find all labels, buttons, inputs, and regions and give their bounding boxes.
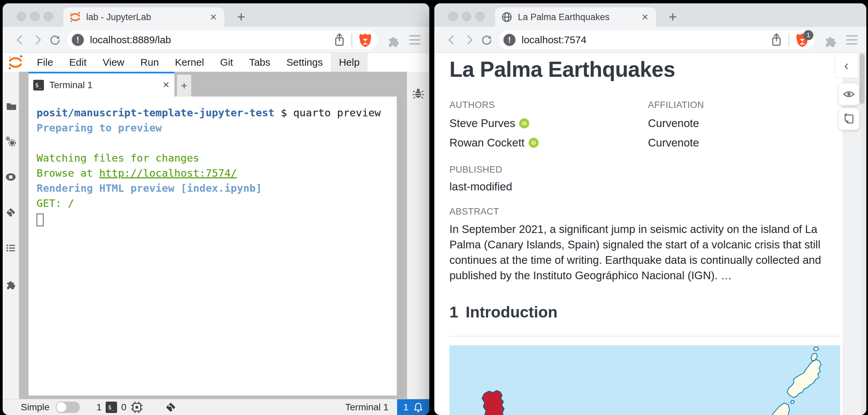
menu-help[interactable]: Help bbox=[331, 53, 368, 72]
simple-mode-toggle[interactable] bbox=[56, 402, 80, 413]
url-bar[interactable]: ! localhost:8889/lab bbox=[67, 31, 378, 49]
close-window-button[interactable] bbox=[448, 12, 458, 21]
bell-icon bbox=[413, 402, 423, 413]
terminal-icon: $_ bbox=[33, 80, 44, 91]
terminal-link[interactable]: http://localhost:7574/ bbox=[99, 167, 237, 179]
abstract-label: ABSTRACT bbox=[450, 206, 840, 217]
note-icon bbox=[843, 113, 855, 125]
property-inspector-gears-icon[interactable] bbox=[3, 133, 19, 150]
tab-title: La Palma Earthquakes bbox=[518, 12, 640, 23]
back-button[interactable] bbox=[11, 31, 29, 49]
desktop: lab - JupyterLab ✕ + ! localhost:8889/la… bbox=[0, 0, 868, 415]
orcid-icon[interactable]: iD bbox=[529, 138, 539, 148]
terminal-tab-close-icon[interactable]: ✕ bbox=[162, 80, 170, 90]
brave-shields-icon[interactable] bbox=[358, 32, 373, 47]
author-name: Rowan Cockett bbox=[450, 136, 525, 149]
jupyterlab-left-sidebar bbox=[3, 72, 19, 399]
published-block: PUBLISHED last-modified bbox=[450, 165, 840, 193]
window-controls[interactable] bbox=[448, 12, 485, 21]
git-sidebar-icon[interactable] bbox=[3, 204, 19, 221]
annotations-note-button[interactable] bbox=[838, 108, 859, 130]
forward-button[interactable] bbox=[461, 31, 478, 49]
tab-close-icon[interactable]: ✕ bbox=[208, 12, 218, 23]
statusbar-context-label: Terminal 1 bbox=[345, 402, 389, 413]
browser-toolbar: ! localhost:7574 1 bbox=[434, 27, 866, 53]
menu-file[interactable]: File bbox=[29, 53, 61, 72]
zoom-window-button[interactable] bbox=[43, 12, 53, 21]
menu-git[interactable]: Git bbox=[212, 53, 241, 72]
reload-button[interactable] bbox=[46, 31, 64, 49]
browser-tab-lapalma[interactable]: La Palma Earthquakes ✕ bbox=[495, 7, 656, 27]
extension-manager-icon[interactable] bbox=[3, 276, 19, 292]
url-text[interactable]: localhost:7574 bbox=[522, 34, 770, 45]
author-name: Steve Purves bbox=[450, 117, 515, 130]
menu-tabs[interactable]: Tabs bbox=[241, 53, 278, 72]
browser-tab-jupyterlab[interactable]: lab - JupyterLab ✕ bbox=[63, 7, 224, 27]
section-number: 1 bbox=[450, 303, 458, 321]
section-divider bbox=[450, 336, 840, 337]
table-of-contents-icon[interactable] bbox=[3, 240, 19, 256]
terminal-dock-tab[interactable]: $_ Terminal 1 ✕ bbox=[29, 72, 175, 97]
terminal-cursor bbox=[36, 214, 43, 226]
share-icon[interactable] bbox=[333, 33, 346, 47]
new-launcher-button[interactable]: + bbox=[177, 74, 191, 97]
minimize-window-button[interactable] bbox=[30, 12, 39, 21]
menu-settings[interactable]: Settings bbox=[278, 53, 331, 72]
terminal-tab-title: Terminal 1 bbox=[49, 80, 162, 91]
terminal-count-icon[interactable]: $_ bbox=[106, 402, 117, 413]
menu-edit[interactable]: Edit bbox=[61, 53, 95, 72]
zoom-window-button[interactable] bbox=[475, 12, 485, 21]
page-scrollbar[interactable] bbox=[860, 54, 865, 104]
browser-window-jupyterlab: lab - JupyterLab ✕ + ! localhost:8889/la… bbox=[3, 3, 429, 415]
preview-eye-button[interactable] bbox=[838, 83, 859, 105]
window-controls[interactable] bbox=[17, 12, 53, 21]
new-tab-button[interactable]: + bbox=[664, 9, 681, 26]
url-bar[interactable]: ! localhost:7574 1 bbox=[499, 31, 815, 49]
abstract-block: ABSTRACT In September 2021, a significan… bbox=[450, 206, 840, 283]
menu-kernel[interactable]: Kernel bbox=[167, 53, 212, 72]
menu-view[interactable]: View bbox=[95, 53, 132, 72]
kernel-chip-icon[interactable] bbox=[130, 401, 143, 414]
divider bbox=[351, 33, 352, 46]
terminal-scrollbar[interactable] bbox=[397, 97, 403, 395]
running-sessions-icon[interactable] bbox=[3, 169, 19, 185]
jupyterlab-app: File Edit View Run Kernel Git Tabs Setti… bbox=[3, 53, 429, 415]
git-status-icon[interactable] bbox=[165, 401, 177, 413]
browser-window-preview: La Palma Earthquakes ✕ + ! localhost:757… bbox=[434, 3, 866, 415]
close-window-button[interactable] bbox=[17, 12, 26, 21]
kernel-count: 0 bbox=[121, 402, 126, 413]
brave-shields-icon[interactable]: 1 bbox=[795, 32, 810, 47]
site-info-icon[interactable]: ! bbox=[503, 34, 516, 46]
jupyter-favicon bbox=[69, 11, 81, 23]
page-title: La Palma Earthquakes bbox=[450, 58, 840, 81]
url-text[interactable]: localhost:8889/lab bbox=[90, 34, 333, 45]
tab-close-icon[interactable]: ✕ bbox=[640, 12, 650, 23]
share-icon[interactable] bbox=[770, 33, 783, 47]
jupyterlab-dock: $_ Terminal 1 ✕ + posit/manuscript-templ… bbox=[19, 72, 407, 399]
browser-toolbar: ! localhost:8889/lab bbox=[3, 27, 429, 53]
jupyterlab-statusbar: Simple 1 $_ 0 bbox=[3, 399, 429, 415]
forward-button[interactable] bbox=[29, 31, 46, 49]
new-tab-button[interactable]: + bbox=[233, 9, 250, 26]
extensions-puzzle-icon[interactable] bbox=[824, 33, 837, 47]
orcid-icon[interactable]: iD bbox=[519, 118, 529, 128]
notification-button[interactable]: 1 bbox=[397, 399, 429, 415]
menu-run[interactable]: Run bbox=[132, 53, 167, 72]
simple-mode-label: Simple bbox=[21, 402, 50, 413]
file-browser-icon[interactable] bbox=[3, 98, 19, 114]
browser-menu-icon[interactable] bbox=[409, 35, 421, 44]
reload-button[interactable] bbox=[478, 31, 495, 49]
published-value: last-modified bbox=[450, 180, 840, 193]
site-info-icon[interactable]: ! bbox=[72, 34, 84, 46]
minimize-window-button[interactable] bbox=[462, 12, 471, 21]
section-heading: 1 Introduction bbox=[450, 303, 840, 321]
brave-shields-badge: 1 bbox=[803, 30, 813, 40]
terminal-panel[interactable]: posit/manuscript-template-jupyter-test $… bbox=[29, 97, 397, 395]
browser-menu-icon[interactable] bbox=[846, 35, 858, 44]
back-button[interactable] bbox=[443, 31, 461, 49]
jupyter-logo bbox=[7, 54, 24, 70]
right-margin-band bbox=[842, 53, 866, 415]
extensions-puzzle-icon[interactable] bbox=[386, 33, 400, 47]
debugger-bug-icon[interactable] bbox=[410, 85, 426, 101]
manuscript-page: ‹ La Palma Earthquakes AUTHORS AFFILIAT bbox=[434, 53, 866, 415]
